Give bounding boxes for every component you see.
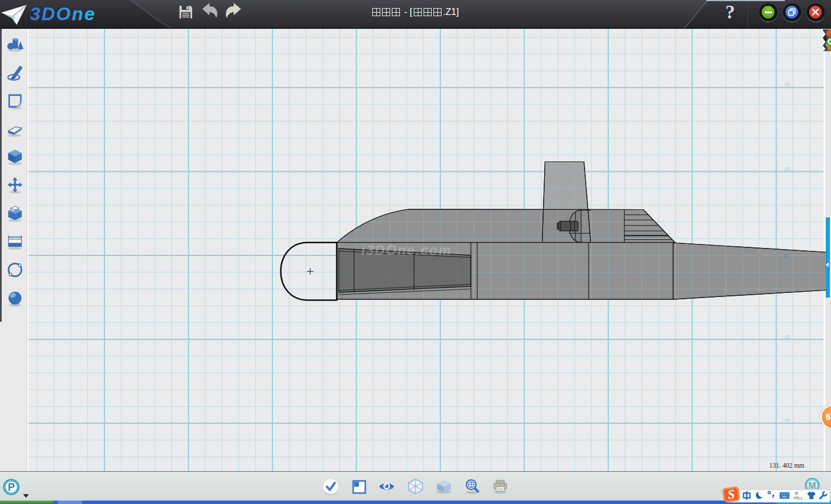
svg-text:131. 402 mm: 131. 402 mm: [769, 462, 804, 469]
svg-text:i3DOne.com: i3DOne.com: [361, 243, 452, 258]
svg-text:-25: -25: [783, 334, 791, 340]
svg-text:25: 25: [784, 166, 790, 172]
svg-text:-50: -50: [783, 418, 791, 423]
svg-text:50: 50: [784, 82, 790, 88]
svg-text:14: 14: [798, 496, 803, 501]
svg-text:P: P: [8, 482, 14, 493]
